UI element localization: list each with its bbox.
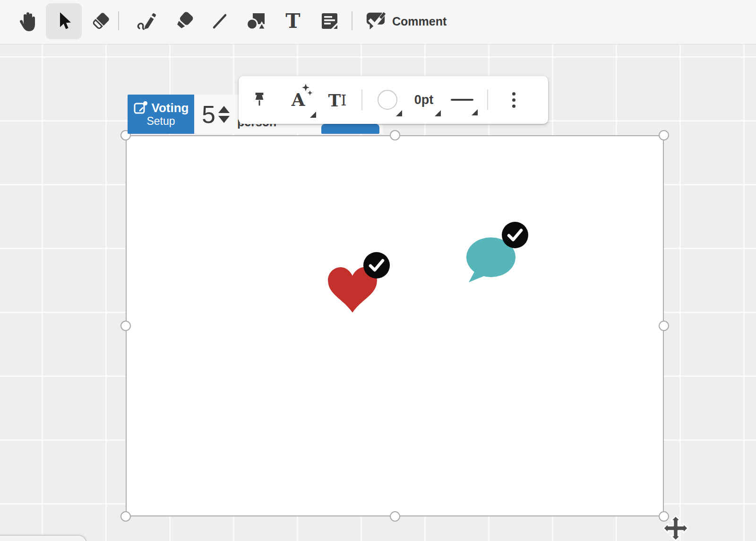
whiteboard-app: Voting Setup 5 person A (0, 0, 756, 541)
dropdown-corner-icon (472, 109, 478, 115)
line-icon (208, 10, 231, 33)
kebab-menu-icon (512, 92, 515, 108)
line-style-icon (451, 99, 473, 101)
eraser-tool-button[interactable] (83, 3, 119, 39)
stepper-up-icon[interactable] (218, 106, 230, 113)
sticky-note-icon (318, 10, 341, 33)
voting-setup-button[interactable]: Voting Setup (128, 95, 194, 134)
dropdown-corner-icon (435, 110, 441, 116)
speech-bubble-vote-badge (502, 222, 528, 248)
sticky-note-tool-button[interactable] (311, 3, 347, 39)
fill-color-button[interactable] (378, 90, 397, 110)
selection-handle-left-middle[interactable] (120, 321, 131, 331)
stepper-down-icon[interactable] (218, 116, 230, 123)
toolbar-divider (352, 11, 352, 30)
selection-handle-right-middle[interactable] (659, 321, 669, 331)
more-options-button[interactable] (503, 89, 524, 110)
highlighter-tool-button[interactable] (166, 3, 202, 39)
check-icon (502, 222, 528, 248)
text-tool-button[interactable]: T (275, 3, 311, 39)
comment-check-icon (365, 11, 387, 32)
format-toolbar-divider (487, 89, 488, 110)
comment-tool-button[interactable]: Comment (361, 3, 450, 39)
pen-tool-button[interactable] (129, 3, 164, 39)
text-icon: T (285, 11, 300, 31)
text-size-icon-small: I (341, 93, 346, 108)
pan-tool-button[interactable] (10, 3, 46, 39)
tools-toolbar: T (0, 0, 756, 44)
format-toolbar: A TI 0pt (239, 76, 548, 124)
highlighter-icon (173, 10, 196, 33)
border-width-button[interactable]: 0pt (410, 91, 438, 108)
heart-vote-badge (363, 252, 390, 279)
toolbar-divider (118, 11, 119, 30)
pin-button[interactable] (249, 89, 270, 110)
check-icon (363, 252, 390, 279)
hand-icon (17, 10, 39, 33)
font-style-button[interactable]: A (286, 88, 310, 111)
vote-button[interactable] (321, 124, 379, 134)
votes-value[interactable]: 5 (202, 100, 215, 129)
shapes-icon (245, 10, 268, 33)
text-size-button[interactable]: TI (323, 90, 352, 110)
format-toolbar-divider (361, 89, 362, 110)
eraser-icon (89, 10, 112, 33)
cursor-icon (52, 10, 75, 33)
selection-handle-top-middle[interactable] (390, 130, 400, 140)
selection-handle-bottom-left[interactable] (120, 511, 131, 522)
dropdown-corner-icon (310, 112, 316, 118)
selection-handle-top-right[interactable] (659, 130, 669, 140)
pin-icon (250, 89, 269, 110)
fill-color-swatch-icon (378, 90, 397, 110)
selection-handle-bottom-middle[interactable] (390, 511, 400, 522)
voting-note-icon (133, 101, 148, 115)
pen-icon (135, 10, 158, 33)
voting-title: Voting (152, 102, 189, 114)
select-tool-button[interactable] (46, 3, 82, 39)
border-width-label: 0pt (414, 93, 434, 107)
text-size-icon: T (328, 92, 341, 109)
sparkles-icon (301, 84, 313, 98)
selected-frame[interactable] (126, 135, 664, 516)
border-style-button[interactable] (450, 90, 474, 109)
line-tool-button[interactable] (202, 3, 238, 39)
move-cursor-icon (662, 515, 689, 541)
voting-subtitle: Setup (146, 115, 175, 127)
bottom-left-panel[interactable] (0, 535, 87, 541)
stepper-arrows-icon[interactable] (218, 106, 230, 123)
shapes-tool-button[interactable] (239, 3, 275, 39)
comment-label: Comment (392, 15, 447, 28)
dropdown-corner-icon (396, 110, 402, 116)
